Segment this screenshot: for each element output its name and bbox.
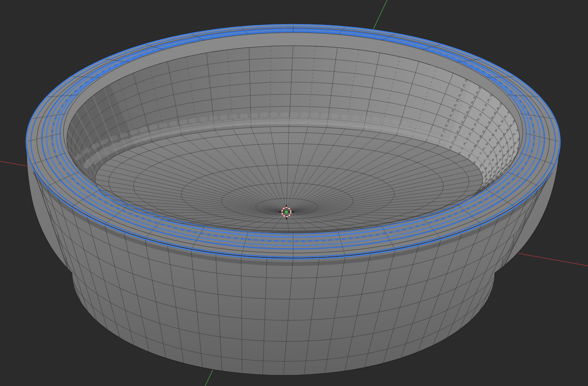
origin-dot <box>285 210 288 214</box>
viewport-3d[interactable] <box>0 0 588 386</box>
viewport-canvas[interactable] <box>0 0 588 386</box>
